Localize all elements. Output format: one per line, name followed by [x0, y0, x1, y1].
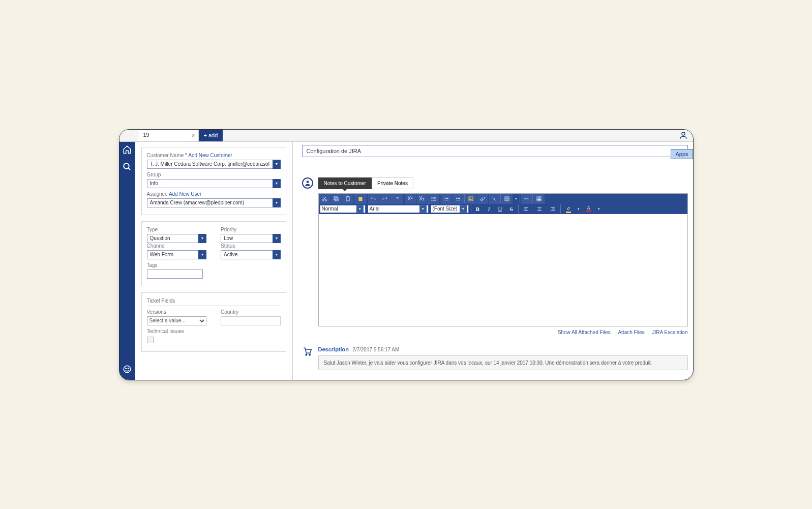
paragraph-format-select[interactable]: Normal ▾: [320, 205, 366, 213]
tags-input[interactable]: [147, 270, 203, 279]
attachment-links: Show All Attached Files Attach Files JIR…: [318, 330, 688, 335]
close-icon[interactable]: ×: [191, 132, 195, 139]
help-icon[interactable]: [123, 365, 132, 375]
apps-button[interactable]: Apps: [671, 149, 693, 159]
copy-icon[interactable]: [330, 194, 342, 204]
priority-select[interactable]: [221, 234, 281, 243]
chevron-down-icon[interactable]: ▾: [198, 250, 206, 259]
home-icon[interactable]: [123, 145, 132, 155]
add-new-customer-link[interactable]: Add New Customer: [188, 153, 232, 158]
toolbar-row-1: ❝ X² X₂: [319, 194, 687, 204]
align-center-icon[interactable]: [534, 204, 545, 214]
status-select[interactable]: [221, 250, 281, 259]
svg-rect-19: [433, 200, 436, 200]
search-icon[interactable]: [123, 162, 132, 172]
italic-button[interactable]: I: [485, 204, 494, 214]
technical-issues-checkbox[interactable]: [147, 337, 154, 343]
add-tab-button[interactable]: + add: [199, 130, 223, 141]
ticket-details-panel: Customer Name * Add New Customer ▾ Group…: [135, 142, 293, 380]
indent-icon[interactable]: [453, 194, 464, 204]
chevron-down-icon[interactable]: ▾: [273, 234, 281, 243]
underline-button[interactable]: U: [496, 204, 505, 214]
image-icon[interactable]: [465, 194, 476, 204]
svg-point-47: [309, 354, 310, 355]
svg-point-16: [431, 198, 432, 199]
attach-files-link[interactable]: Attach Files: [618, 330, 644, 335]
svg-rect-25: [456, 200, 460, 200]
chevron-down-icon[interactable]: ▾: [273, 250, 281, 259]
chevron-down-icon[interactable]: ▾: [198, 234, 206, 243]
top-tab-bar: 19 × + add: [119, 130, 693, 142]
chevron-down-icon[interactable]: ▾: [460, 205, 467, 213]
avatar-icon: [302, 177, 313, 189]
cart-icon: [302, 346, 318, 370]
cut-icon[interactable]: [319, 194, 330, 204]
svg-rect-32: [537, 197, 541, 201]
chevron-down-icon[interactable]: ▾: [513, 194, 519, 204]
description-timestamp: 2/7/2017 5:56:17 AM: [352, 347, 399, 352]
font-family-select[interactable]: Arial ▾: [368, 205, 429, 213]
tags-label: Tags: [147, 262, 281, 268]
svg-point-27: [469, 197, 470, 198]
superscript-icon[interactable]: X²: [405, 194, 416, 204]
country-input[interactable]: [221, 316, 281, 325]
assignee-label: Assignee Add New User: [147, 191, 281, 197]
svg-rect-12: [347, 196, 348, 197]
strikethrough-button[interactable]: S: [507, 204, 516, 214]
paste-word-icon[interactable]: [355, 194, 366, 204]
fullscreen-icon[interactable]: [533, 194, 545, 204]
svg-rect-40: [537, 207, 542, 207]
side-nav: [119, 142, 135, 380]
paste-icon[interactable]: [342, 194, 353, 204]
channel-select[interactable]: [147, 250, 207, 259]
svg-rect-26: [469, 197, 473, 201]
unlink-icon[interactable]: [489, 194, 500, 204]
group-input[interactable]: [147, 179, 281, 188]
tab-ticket-19[interactable]: 19 ×: [138, 130, 199, 141]
align-right-icon[interactable]: [547, 204, 558, 214]
redo-icon[interactable]: [379, 194, 390, 204]
svg-rect-22: [444, 200, 448, 200]
chevron-down-icon[interactable]: ▾: [419, 205, 427, 213]
customer-name-input[interactable]: [147, 160, 281, 169]
jira-escalation-link[interactable]: JIRA Escalation: [652, 330, 687, 335]
outdent-icon[interactable]: [441, 194, 452, 204]
background-color-button[interactable]: [563, 204, 574, 214]
show-attached-files-link[interactable]: Show All Attached Files: [558, 330, 611, 335]
notes-tabs: Notes to Customer Private Notes: [318, 177, 688, 189]
svg-rect-43: [551, 207, 555, 207]
align-left-icon[interactable]: [521, 204, 532, 214]
assignee-input[interactable]: [147, 198, 281, 207]
quote-icon[interactable]: ❝: [392, 194, 403, 204]
hr-icon[interactable]: [521, 194, 532, 204]
link-icon[interactable]: [477, 194, 488, 204]
chevron-down-icon[interactable]: ▾: [273, 198, 281, 207]
table-icon[interactable]: [501, 194, 513, 204]
subscript-icon[interactable]: X₂: [416, 194, 428, 204]
bold-button[interactable]: B: [473, 204, 483, 214]
svg-point-1: [124, 163, 129, 169]
text-color-button[interactable]: A: [583, 204, 594, 214]
svg-rect-23: [456, 197, 460, 197]
chevron-down-icon[interactable]: ▾: [356, 205, 364, 213]
country-label: Country: [221, 309, 281, 315]
svg-rect-9: [335, 198, 338, 201]
undo-icon[interactable]: [368, 194, 379, 204]
user-menu-icon[interactable]: [679, 131, 688, 141]
font-size-select[interactable]: (Font Size) ▾: [431, 205, 469, 213]
ticket-fields-header: Ticket Fields: [147, 298, 281, 306]
svg-point-46: [306, 354, 307, 355]
editor-textarea[interactable]: [319, 214, 687, 326]
chevron-down-icon[interactable]: ▾: [273, 179, 281, 188]
type-select[interactable]: [147, 234, 207, 243]
chevron-down-icon[interactable]: ▾: [576, 204, 581, 214]
tab-notes-customer[interactable]: Notes to Customer: [318, 177, 372, 189]
add-new-user-link[interactable]: Add New User: [169, 191, 201, 197]
chevron-down-icon[interactable]: ▾: [596, 204, 602, 214]
subject-input[interactable]: [302, 145, 688, 157]
tab-private-notes[interactable]: Private Notes: [372, 177, 413, 189]
chevron-down-icon[interactable]: ▾: [273, 160, 281, 169]
svg-point-5: [128, 368, 129, 369]
list-ul-icon[interactable]: [428, 194, 439, 204]
versions-select[interactable]: Select a value...: [147, 316, 207, 325]
